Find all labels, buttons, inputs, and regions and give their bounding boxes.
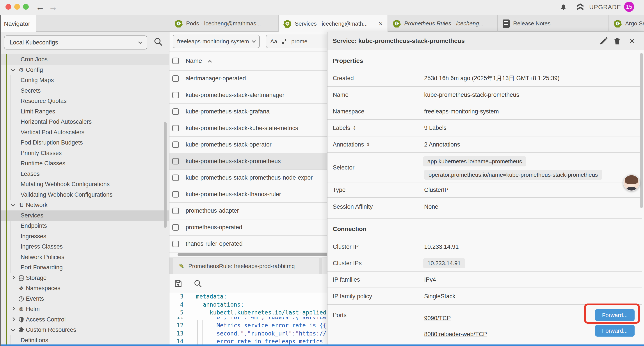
filter-input[interactable]: Aa * prome <box>266 34 330 48</box>
yaml-editor[interactable]: 3metadata:4 annotations:5 kubectl.kubern… <box>170 293 336 346</box>
tab-prometheus-rules[interactable]: ☸ Prometheus Rules - icecheng... <box>388 15 498 32</box>
name-column-header[interactable]: Name <box>186 57 202 64</box>
table-row[interactable]: alertmanager-operated <box>170 70 336 87</box>
sidebar-item-secrets[interactable]: Secrets <box>0 86 170 96</box>
notification-count-badge[interactable]: 15 <box>624 2 634 12</box>
sidebar-item-validating-webhook-configurations[interactable]: Validating Webhook Configurations <box>0 190 170 200</box>
sort-ascending-icon[interactable] <box>208 60 212 64</box>
sidebar-item-storage[interactable]: Storage <box>0 273 170 283</box>
table-row[interactable]: kube-prometheus-stack-alertmanager <box>170 87 336 104</box>
chevron-down-icon[interactable] <box>10 66 16 73</box>
sidebar-item-definitions[interactable]: Definitions <box>0 335 170 346</box>
kubeconfig-selector[interactable]: Local Kubeconfigs <box>4 35 147 49</box>
upgrade-chevrons-icon[interactable] <box>576 2 585 12</box>
maximize-window-button[interactable] <box>23 4 29 10</box>
sidebar-item-runtime-classes[interactable]: Runtime Classes <box>0 158 170 169</box>
search-icon[interactable] <box>154 37 163 47</box>
chevron-right-icon[interactable] <box>10 275 16 281</box>
table-row[interactable]: kube-prometheus-stack-operator <box>170 137 336 153</box>
back-arrow-icon[interactable]: ← <box>36 2 44 12</box>
sidebar-item-namespaces[interactable]: ❖Namespaces <box>0 283 170 294</box>
namespace-selector[interactable]: freeleaps-monitoring-system <box>173 34 260 48</box>
table-row[interactable]: kube-prometheus-stack-grafana <box>170 104 336 120</box>
save-icon[interactable] <box>174 279 183 288</box>
row-checkbox[interactable] <box>172 158 179 164</box>
table-row[interactable]: kube-prometheus-stack-prometheus <box>170 153 336 170</box>
table-row[interactable]: kube-prometheus-stack-prometheus-node-ex… <box>170 170 336 186</box>
row-checkbox[interactable] <box>172 224 179 231</box>
sidebar-item-network-policies[interactable]: Network Policies <box>0 252 170 263</box>
port-link[interactable]: 8080:reloader-web/TCP <box>424 331 487 338</box>
expand-collapse-icon[interactable]: ⇕ <box>366 142 370 147</box>
sidebar-item-priority-classes[interactable]: Priority Classes <box>0 148 170 159</box>
table-row[interactable]: prometheus-operated <box>170 219 336 236</box>
user-avatar[interactable] <box>623 175 640 191</box>
row-checkbox[interactable] <box>172 75 179 82</box>
table-row[interactable]: thanos-ruler-operated <box>170 236 336 253</box>
sidebar-scrollbar[interactable] <box>164 122 166 228</box>
row-checkbox[interactable] <box>172 241 179 247</box>
minimize-window-button[interactable] <box>14 4 20 10</box>
row-checkbox[interactable] <box>172 108 179 115</box>
drawer-scrollbar[interactable] <box>640 53 643 208</box>
sidebar-item-events[interactable]: Events <box>0 294 170 304</box>
sidebar-item-vertical-pod-autoscalers[interactable]: Vertical Pod Autoscalers <box>0 127 170 138</box>
chevron-right-icon[interactable] <box>10 316 16 323</box>
sidebar-item-leases[interactable]: Leases <box>0 169 170 179</box>
sidebar-item-port-forwarding[interactable]: Port Forwarding <box>0 262 170 273</box>
row-checkbox[interactable] <box>172 92 179 98</box>
forward-port-button[interactable]: Forward... <box>595 325 634 337</box>
sidebar-item-cron-jobs[interactable]: Cron Jobs <box>0 54 170 65</box>
forward-arrow-icon[interactable]: → <box>49 2 58 12</box>
sidebar-item-endpoints[interactable]: Endpoints <box>0 221 170 231</box>
sidebar-item-config[interactable]: ⚙Config <box>0 65 170 75</box>
namespace-link[interactable]: freeleaps-monitoring-system <box>424 108 499 115</box>
select-all-checkbox[interactable] <box>172 58 179 64</box>
chevron-down-icon[interactable] <box>10 202 16 209</box>
sidebar-item-horizontal-pod-autoscalers[interactable]: Horizontal Pod Autoscalers <box>0 117 170 127</box>
close-tab-icon[interactable]: × <box>378 20 383 28</box>
sidebar-item-network[interactable]: ⇅Network <box>0 200 170 210</box>
sidebar-item-ingresses[interactable]: Ingresses <box>0 231 170 242</box>
expand-collapse-icon[interactable]: ⇕ <box>352 125 356 131</box>
tab-services[interactable]: ☸ Services - icecheng@math... × <box>278 15 388 32</box>
row-checkbox[interactable] <box>172 125 179 131</box>
navigator-panel-tab[interactable]: Navigator <box>0 15 36 32</box>
notifications-bell-icon[interactable] <box>558 3 568 12</box>
match-case-toggle[interactable]: Aa <box>270 38 277 45</box>
sidebar-item-limit-ranges[interactable]: Limit Ranges <box>0 106 170 117</box>
delete-trash-icon[interactable] <box>612 36 622 46</box>
regex-toggle[interactable]: * <box>282 37 287 46</box>
sidebar-item-helm[interactable]: ☸Helm <box>0 304 170 315</box>
sidebar-item-access-control[interactable]: Access Control <box>0 315 170 325</box>
chevron-right-icon[interactable] <box>10 306 16 313</box>
editor-tab-prometheusrule[interactable]: ✎ PrometheusRule: freeleaps-prod-rabbitm… <box>173 258 319 274</box>
table-row[interactable]: kube-prometheus-stack-thanos-ruler <box>170 186 336 203</box>
editor-section-divider <box>170 320 336 320</box>
tab-argo[interactable]: ☸ Argo Se <box>609 15 644 32</box>
row-checkbox[interactable] <box>172 191 179 198</box>
row-checkbox[interactable] <box>172 141 179 148</box>
table-row[interactable]: kube-prometheus-stack-kube-state-metrics <box>170 120 336 137</box>
sidebar-item-config-maps[interactable]: Config Maps <box>0 75 170 86</box>
sidebar-item-mutating-webhook-configurations[interactable]: Mutating Webhook Configurations <box>0 179 170 190</box>
tab-release-notes[interactable]: Release Notes <box>498 15 609 32</box>
edit-pencil-icon[interactable] <box>599 36 608 46</box>
close-window-button[interactable] <box>6 4 11 10</box>
sidebar-item-ingress-classes[interactable]: Ingress Classes <box>0 242 170 252</box>
chevron-down-icon[interactable] <box>10 327 16 333</box>
tab-pods[interactable]: ☸ Pods - icecheng@mathmas... <box>170 15 278 32</box>
upgrade-button[interactable]: UPGRADE <box>589 4 621 11</box>
namespace-row: Namespace freeleaps-monitoring-system <box>328 103 642 120</box>
table-row[interactable]: prometheus-adapter <box>170 203 336 219</box>
search-in-editor-icon[interactable] <box>193 279 203 288</box>
port-link[interactable]: 9090/TCP <box>424 315 451 322</box>
sidebar-item-resource-quotas[interactable]: Resource Quotas <box>0 96 170 106</box>
horizontal-scrollbar[interactable] <box>178 253 331 256</box>
sidebar-item-pod-disruption-budgets[interactable]: Pod Disruption Budgets <box>0 137 170 148</box>
sidebar-item-custom-resources[interactable]: Custom Resources <box>0 325 170 335</box>
row-checkbox[interactable] <box>172 175 179 181</box>
row-checkbox[interactable] <box>172 208 179 214</box>
close-drawer-icon[interactable]: × <box>627 36 637 46</box>
sidebar-item-services[interactable]: Services <box>0 210 170 221</box>
